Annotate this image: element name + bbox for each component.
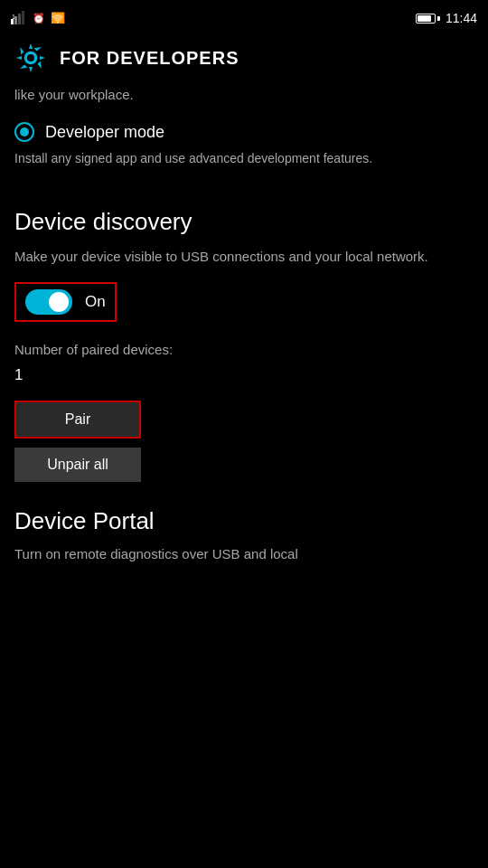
svg-point-7 [26,53,35,62]
unpair-all-button[interactable]: Unpair all [14,448,141,482]
page-content: like your workplace. Developer mode Inst… [0,87,488,564]
status-right: 11:44 [416,11,477,25]
pair-button[interactable]: Pair [14,401,141,439]
svg-rect-3 [22,11,24,24]
battery-icon [416,14,440,24]
developer-mode-radio[interactable] [14,122,34,142]
toggle-knob [49,292,69,312]
alarm-icon: ⏰ [33,13,45,24]
device-discovery-toggle[interactable] [25,289,72,315]
developer-mode-label: Developer mode [45,123,164,142]
page-title: FOR DEVELOPERS [60,48,239,69]
device-discovery-toggle-row: On [14,282,117,322]
developer-mode-section: Developer mode Install any signed app an… [14,113,474,186]
device-discovery-heading: Device discovery [14,208,474,236]
gear-icon [14,42,47,74]
radio-inner-dot [20,127,29,137]
paired-devices-count: 1 [14,366,474,384]
status-bar: 1 ⏰ 🛜 11:44 [0,0,488,33]
device-portal-description: Turn on remote diagnostics over USB and … [14,544,474,565]
svg-text:1: 1 [12,14,15,20]
status-time: 11:44 [446,11,477,25]
developer-mode-description: Install any signed app and use advanced … [14,149,474,168]
signal-icon: 1 [11,10,27,26]
unpair-button-container: Unpair all [14,448,474,482]
paired-devices-label: Number of paired devices: [14,342,474,357]
status-left: 1 ⏰ 🛜 [11,10,65,26]
device-portal-heading: Device Portal [14,507,474,535]
wifi-icon: 🛜 [51,11,65,25]
pair-button-container: Pair [14,401,474,439]
page-header: FOR DEVELOPERS [0,33,488,87]
device-discovery-description: Make your device visible to USB connecti… [14,247,474,268]
svg-text:🛜: 🛜 [51,11,65,24]
toggle-state-label: On [85,293,106,311]
developer-mode-radio-row[interactable]: Developer mode [14,122,474,142]
truncated-text: like your workplace. [14,87,474,113]
svg-rect-2 [18,14,21,24]
